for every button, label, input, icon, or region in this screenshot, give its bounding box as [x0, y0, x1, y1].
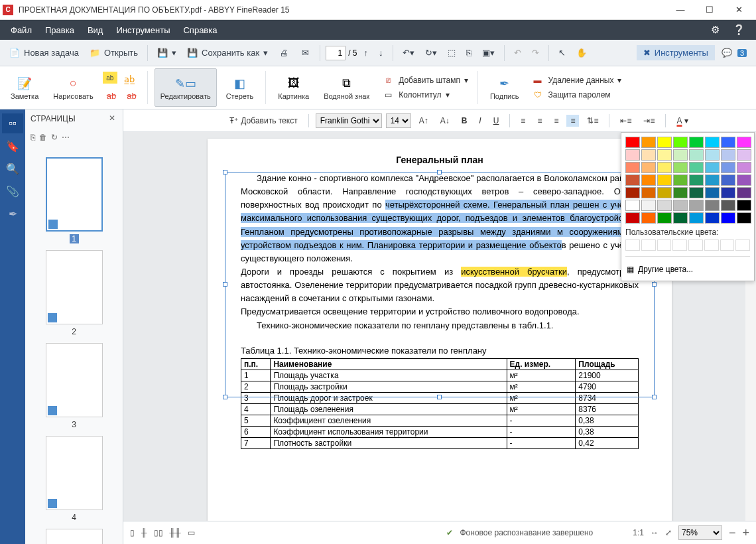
settings-icon[interactable]: ⚙ [704, 20, 726, 40]
color-swatch[interactable] [641, 200, 656, 211]
color-swatch[interactable] [737, 212, 751, 224]
color-swatch[interactable] [657, 149, 672, 161]
view-continuous-icon[interactable]: ╫ [141, 528, 147, 537]
rotate-right-button[interactable]: ↻▾ [421, 45, 441, 60]
add-stamp-button[interactable]: ⎚Добавить штамп ▾ [379, 74, 471, 87]
thumbnail-5[interactable] [46, 529, 103, 544]
font-select[interactable]: Franklin Gothic Bo [316, 113, 382, 128]
rotate-left-button[interactable]: ↶▾ [399, 45, 418, 60]
redo-button[interactable]: ↷ [528, 45, 543, 60]
color-swatch[interactable] [721, 162, 735, 173]
maximize-button[interactable]: ☐ [695, 0, 724, 20]
custom-swatch[interactable] [735, 239, 750, 251]
menu-help[interactable]: Справка [176, 21, 223, 39]
view-two-cont-icon[interactable]: ╫╫ [170, 528, 181, 537]
custom-swatch[interactable] [688, 239, 703, 251]
custom-swatch[interactable] [625, 239, 640, 251]
delete-data-button[interactable]: ▬Удаление данных ▾ [529, 74, 625, 87]
color-swatch[interactable] [721, 174, 735, 186]
color-swatch[interactable] [673, 137, 688, 148]
align-justify-button[interactable]: ≡ [566, 115, 579, 127]
note-tool[interactable]: 📝Заметка [5, 68, 44, 107]
color-swatch[interactable] [737, 174, 751, 186]
edit-tool[interactable]: ✎▭Редактировать [155, 68, 217, 107]
color-swatch[interactable] [721, 137, 735, 148]
new-task-button[interactable]: 📄Новая задача [5, 45, 83, 61]
thumbnail-4[interactable] [46, 436, 103, 510]
indent-button[interactable]: ⇥≡ [639, 115, 659, 127]
delete-page-icon[interactable]: 🗑 [39, 133, 47, 142]
thumbnail-2[interactable] [46, 250, 103, 324]
comments-button[interactable]: 💬3 [718, 45, 751, 61]
extract-button[interactable]: ⎘ [462, 45, 475, 60]
add-page-icon[interactable]: ⎘ [31, 133, 35, 142]
menu-tools[interactable]: Инструменты [109, 21, 176, 39]
color-swatch[interactable] [705, 149, 720, 161]
close-button[interactable]: ✕ [724, 0, 753, 20]
align-center-button[interactable]: ≡ [533, 115, 546, 127]
color-swatch[interactable] [737, 162, 751, 173]
custom-swatch[interactable] [657, 239, 672, 251]
color-swatch[interactable] [673, 212, 688, 224]
password-button[interactable]: 🛡Защита паролем [529, 88, 625, 102]
erase-tool[interactable]: ◧Стереть [221, 68, 259, 107]
cursor-button[interactable]: ↖ [554, 45, 570, 60]
color-swatch[interactable] [705, 212, 720, 224]
open-button[interactable]: 📁Открыть [86, 45, 142, 61]
custom-swatch[interactable] [704, 239, 719, 251]
zoom-in-button[interactable]: + [742, 526, 749, 540]
pages-panel-close[interactable]: ✕ [107, 113, 117, 124]
insert-text-tool[interactable]: ab [123, 88, 140, 103]
color-swatch[interactable] [641, 162, 656, 173]
font-color-button[interactable]: A▾ [672, 115, 692, 127]
color-swatch[interactable] [625, 174, 640, 186]
color-swatch[interactable] [657, 174, 672, 186]
menu-edit[interactable]: Правка [38, 21, 81, 39]
save-button[interactable]: 💾▾ [153, 45, 180, 61]
rail-signatures-icon[interactable]: ✒ [2, 204, 23, 224]
color-swatch[interactable] [705, 174, 720, 186]
color-swatch[interactable] [673, 187, 688, 198]
more-pages-icon[interactable]: ⋯ [62, 133, 70, 142]
underline-button[interactable]: U [489, 115, 503, 127]
outdent-button[interactable]: ⇤≡ [616, 115, 635, 127]
strike-tool[interactable]: ab [103, 88, 120, 103]
document-scroll[interactable]: Генеральный план Здание конно - спортивн… [123, 132, 756, 521]
draw-tool[interactable]: ○Нарисовать [48, 68, 98, 107]
color-swatch[interactable] [641, 137, 656, 148]
color-swatch[interactable] [625, 162, 640, 173]
watermark-tool[interactable]: ⧉Водяной знак [318, 68, 375, 107]
color-swatch[interactable] [737, 187, 751, 198]
increase-font-button[interactable]: A↑ [415, 115, 432, 127]
zoom-out-button[interactable]: − [729, 526, 736, 540]
color-swatch[interactable] [641, 174, 656, 186]
thumbnail-1[interactable] [46, 157, 103, 232]
highlight-tool[interactable]: ab [103, 72, 117, 84]
rail-search-icon[interactable]: 🔍 [2, 159, 23, 178]
header-footer-button[interactable]: ▭Колонтитул ▾ [379, 88, 471, 102]
color-swatch[interactable] [705, 162, 720, 173]
color-swatch[interactable] [689, 149, 704, 161]
other-colors-button[interactable]: ▦Другие цвета... [625, 262, 750, 277]
mail-button[interactable]: ✉ [296, 45, 314, 61]
rotate-page-icon[interactable]: ↻ [51, 133, 58, 142]
color-swatch[interactable] [705, 200, 720, 211]
color-swatch[interactable] [657, 212, 672, 224]
color-swatch[interactable] [721, 212, 735, 224]
menu-file[interactable]: Файл [4, 21, 38, 39]
color-swatch[interactable] [737, 200, 751, 211]
color-swatch[interactable] [657, 162, 672, 173]
color-swatch[interactable] [673, 162, 688, 173]
color-swatch[interactable] [721, 200, 735, 211]
page-up-button[interactable]: ↑ [360, 45, 373, 60]
custom-swatch[interactable] [720, 239, 735, 251]
align-right-button[interactable]: ≡ [550, 115, 562, 127]
picture-tool[interactable]: 🖼Картинка [273, 68, 314, 107]
color-swatch[interactable] [625, 212, 640, 224]
color-swatch[interactable] [657, 187, 672, 198]
color-swatch[interactable] [705, 137, 720, 148]
text-selection-box[interactable] [225, 172, 655, 397]
color-swatch[interactable] [689, 162, 704, 173]
undo-button[interactable]: ↶ [510, 45, 525, 60]
color-swatch[interactable] [689, 174, 704, 186]
